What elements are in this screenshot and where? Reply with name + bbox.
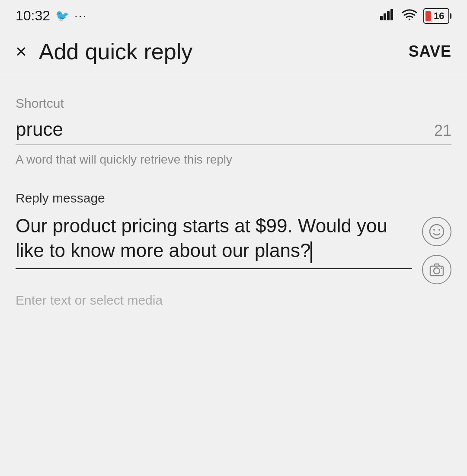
shortcut-input-row[interactable]: pruce 21 xyxy=(16,119,451,145)
svg-point-9 xyxy=(434,268,440,274)
svg-point-4 xyxy=(409,19,410,20)
reply-section-label: Reply message xyxy=(16,191,451,206)
status-time: 10:32 xyxy=(16,8,50,24)
svg-point-10 xyxy=(441,267,442,269)
status-right: 16 xyxy=(380,8,451,24)
reply-input-area: Our product pricing starts at $99. Would… xyxy=(16,213,451,284)
status-bar: 10:32 🐦 ··· xyxy=(0,0,467,30)
svg-rect-0 xyxy=(380,16,383,20)
shortcut-char-count: 21 xyxy=(434,122,451,140)
main-content: Shortcut pruce 21 A word that will quick… xyxy=(0,75,467,308)
reply-placeholder: Enter text or select media xyxy=(16,293,451,308)
reply-icons xyxy=(422,213,451,284)
svg-point-6 xyxy=(433,229,435,231)
svg-point-7 xyxy=(438,229,440,231)
close-button[interactable]: × xyxy=(16,42,27,61)
shortcut-hint: A word that will quickly retrieve this r… xyxy=(16,153,451,167)
svg-rect-3 xyxy=(390,9,393,20)
reply-section: Reply message Our product pricing starts… xyxy=(16,191,451,308)
shortcut-section: Shortcut pruce 21 A word that will quick… xyxy=(16,96,451,167)
svg-rect-1 xyxy=(384,13,386,20)
emoji-button[interactable] xyxy=(422,217,451,246)
header: × Add quick reply SAVE xyxy=(0,30,467,75)
reply-text-column: Our product pricing starts at $99. Would… xyxy=(16,213,412,269)
notification-icon: 🐦 xyxy=(55,9,69,23)
battery-level: 16 xyxy=(427,10,444,22)
status-left: 10:32 🐦 ··· xyxy=(16,8,87,24)
shortcut-value[interactable]: pruce xyxy=(16,119,63,140)
signal-icon xyxy=(380,8,396,23)
battery-indicator: 16 xyxy=(423,8,451,24)
camera-button[interactable] xyxy=(422,255,451,284)
text-cursor xyxy=(310,241,312,263)
wifi-icon xyxy=(402,8,417,23)
reply-message-value: Our product pricing starts at $99. Would… xyxy=(16,215,387,261)
more-icon: ··· xyxy=(74,9,87,23)
header-left: × Add quick reply xyxy=(16,39,192,64)
svg-rect-2 xyxy=(387,11,390,20)
reply-text-input[interactable]: Our product pricing starts at $99. Would… xyxy=(16,213,412,269)
shortcut-label: Shortcut xyxy=(16,96,451,111)
page-title: Add quick reply xyxy=(39,39,193,64)
svg-point-5 xyxy=(430,225,444,238)
save-button[interactable]: SAVE xyxy=(409,42,451,61)
